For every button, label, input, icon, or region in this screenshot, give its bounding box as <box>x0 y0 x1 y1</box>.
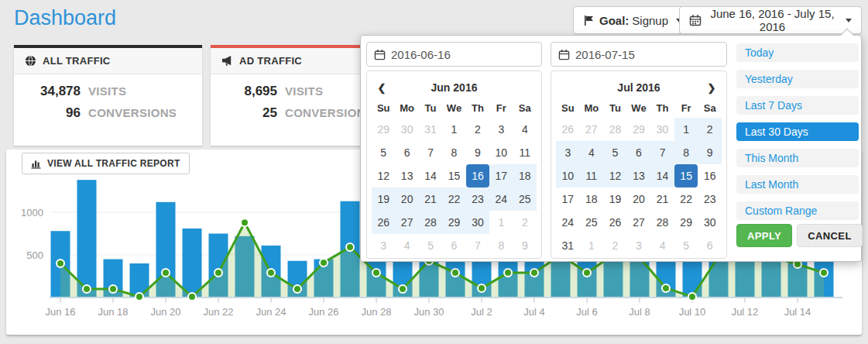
day-cell[interactable]: 3 <box>556 141 580 164</box>
day-cell[interactable]: 12 <box>603 164 627 187</box>
day-cell[interactable]: 23 <box>698 187 722 211</box>
day-cell[interactable]: 11 <box>513 141 537 164</box>
day-cell[interactable]: 29 <box>674 211 698 234</box>
day-cell[interactable]: 6 <box>627 141 651 164</box>
day-cell[interactable]: 13 <box>395 164 418 187</box>
day-cell[interactable]: 6 <box>698 234 722 257</box>
day-cell[interactable]: 15 <box>674 164 698 187</box>
day-cell[interactable]: 27 <box>627 211 651 234</box>
chevron-left-icon[interactable]: ❮ <box>372 82 392 94</box>
day-cell[interactable]: 9 <box>466 141 489 164</box>
day-cell[interactable]: 2 <box>513 211 537 234</box>
day-cell[interactable]: 24 <box>489 187 513 211</box>
day-cell[interactable]: 28 <box>650 211 674 234</box>
day-cell[interactable]: 14 <box>419 164 442 187</box>
day-cell[interactable]: 10 <box>556 164 580 187</box>
day-cell[interactable]: 4 <box>513 118 537 141</box>
cancel-button[interactable]: CANCEL <box>797 224 863 247</box>
day-cell[interactable]: 1 <box>489 211 513 234</box>
day-cell[interactable]: 5 <box>372 141 395 164</box>
day-cell[interactable]: 29 <box>442 211 465 234</box>
day-cell[interactable]: 4 <box>395 234 418 257</box>
day-cell[interactable]: 5 <box>603 141 627 164</box>
day-cell[interactable]: 5 <box>674 234 698 257</box>
day-cell[interactable]: 8 <box>674 141 698 164</box>
range-option-last-7-days[interactable]: Last 7 Days <box>736 96 859 115</box>
date-range-button[interactable]: June 16, 2016 - July 15, 2016 <box>679 6 862 34</box>
day-cell[interactable]: 4 <box>580 141 604 164</box>
day-cell[interactable]: 10 <box>489 141 513 164</box>
day-cell[interactable]: 1 <box>580 234 604 257</box>
day-cell[interactable]: 2 <box>603 234 627 257</box>
range-option-last-month[interactable]: Last Month <box>736 175 859 194</box>
day-cell[interactable]: 19 <box>372 187 395 211</box>
range-option-yesterday[interactable]: Yesterday <box>736 70 859 88</box>
view-all-traffic-report-button[interactable]: VIEW ALL TRAFFIC REPORT <box>22 153 190 174</box>
day-cell[interactable]: 6 <box>442 234 465 257</box>
day-cell[interactable]: 25 <box>513 187 537 211</box>
day-cell[interactable]: 18 <box>513 164 537 187</box>
range-option-custom-range[interactable]: Custom Range <box>736 201 859 220</box>
day-cell[interactable]: 21 <box>419 187 442 211</box>
day-cell[interactable]: 23 <box>466 187 489 211</box>
day-cell[interactable]: 26 <box>556 118 580 141</box>
day-cell[interactable]: 16 <box>466 164 489 187</box>
day-cell[interactable]: 22 <box>442 187 465 211</box>
range-option-today[interactable]: Today <box>736 43 859 62</box>
day-cell[interactable]: 7 <box>466 234 489 257</box>
day-cell[interactable]: 30 <box>698 211 722 234</box>
day-cell[interactable]: 30 <box>650 118 674 141</box>
day-cell[interactable]: 24 <box>556 211 580 234</box>
day-cell[interactable]: 26 <box>372 211 395 234</box>
day-cell[interactable]: 9 <box>513 234 537 257</box>
day-cell[interactable]: 20 <box>395 187 418 211</box>
day-cell[interactable]: 26 <box>603 211 627 234</box>
end-date-input[interactable] <box>575 48 719 61</box>
day-cell[interactable]: 19 <box>603 187 627 211</box>
day-cell[interactable]: 21 <box>650 187 674 211</box>
day-cell[interactable]: 15 <box>442 164 465 187</box>
day-cell[interactable]: 29 <box>372 118 395 141</box>
day-cell[interactable]: 27 <box>580 118 604 141</box>
day-cell[interactable]: 17 <box>489 164 513 187</box>
day-cell[interactable]: 20 <box>627 187 651 211</box>
day-cell[interactable]: 12 <box>372 164 395 187</box>
day-cell[interactable]: 8 <box>442 141 465 164</box>
day-cell[interactable]: 4 <box>650 234 674 257</box>
day-cell[interactable]: 28 <box>603 118 627 141</box>
start-date-input[interactable] <box>391 48 534 61</box>
day-cell[interactable]: 2 <box>466 118 489 141</box>
day-cell[interactable]: 22 <box>674 187 698 211</box>
day-cell[interactable]: 8 <box>489 234 513 257</box>
day-cell[interactable]: 7 <box>419 141 442 164</box>
day-cell[interactable]: 3 <box>489 118 513 141</box>
day-cell[interactable]: 13 <box>627 164 651 187</box>
day-cell[interactable]: 31 <box>419 118 442 141</box>
day-cell[interactable]: 11 <box>580 164 604 187</box>
goal-dropdown-button[interactable]: Goal:Signup <box>573 6 692 34</box>
day-cell[interactable]: 9 <box>698 141 722 164</box>
day-cell[interactable]: 2 <box>698 118 722 141</box>
day-cell[interactable]: 18 <box>580 187 604 211</box>
chevron-right-icon[interactable]: ❯ <box>702 82 722 94</box>
day-cell[interactable]: 14 <box>650 164 674 187</box>
range-option-this-month[interactable]: This Month <box>736 149 859 167</box>
day-cell[interactable]: 7 <box>650 141 674 164</box>
day-cell[interactable]: 17 <box>556 187 580 211</box>
apply-button[interactable]: APPLY <box>736 224 792 247</box>
day-cell[interactable]: 29 <box>627 118 651 141</box>
day-cell[interactable]: 1 <box>674 118 698 141</box>
day-cell[interactable]: 28 <box>419 211 442 234</box>
day-cell[interactable]: 16 <box>698 164 722 187</box>
day-cell[interactable]: 3 <box>627 234 651 257</box>
day-cell[interactable]: 1 <box>442 118 465 141</box>
day-cell[interactable]: 5 <box>419 234 442 257</box>
day-cell[interactable]: 6 <box>395 141 418 164</box>
day-cell[interactable]: 27 <box>395 211 418 234</box>
day-cell[interactable]: 30 <box>466 211 489 234</box>
range-option-last-30-days[interactable]: Last 30 Days <box>736 122 859 141</box>
day-cell[interactable]: 25 <box>580 211 604 234</box>
day-cell[interactable]: 31 <box>556 234 580 257</box>
day-cell[interactable]: 30 <box>395 118 418 141</box>
day-cell[interactable]: 3 <box>372 234 395 257</box>
